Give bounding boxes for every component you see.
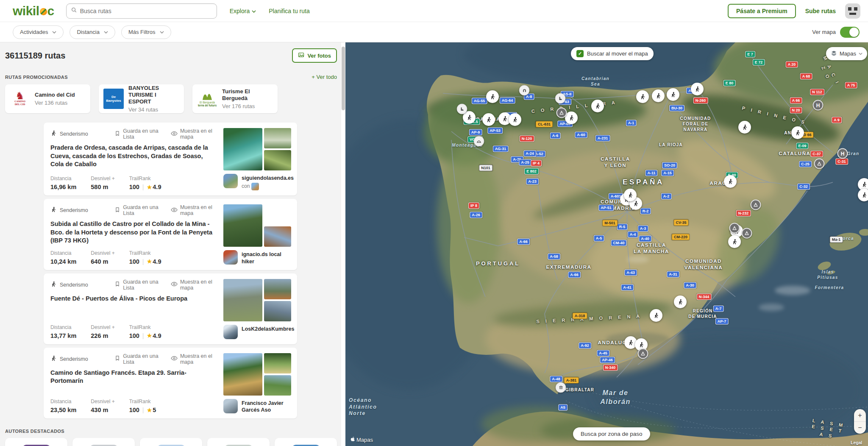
filter-pill-distancia[interactable]: Distancia bbox=[70, 25, 115, 39]
route-author[interactable]: LosK2delasKumbres bbox=[223, 325, 292, 339]
author-avatar[interactable] bbox=[223, 174, 238, 188]
map-marker-peak[interactable] bbox=[814, 159, 825, 169]
route-photos[interactable] bbox=[223, 204, 292, 247]
route-photo[interactable] bbox=[223, 279, 262, 321]
route-photo[interactable] bbox=[223, 128, 262, 170]
show-on-map-button[interactable]: Muestra en el mapa bbox=[171, 204, 217, 216]
map-marker-peak[interactable] bbox=[556, 108, 567, 118]
promoted-card[interactable]: ♞CAMINO DEL CIDCamino del CidVer 136 rut… bbox=[5, 84, 90, 113]
search-box[interactable] bbox=[66, 3, 217, 19]
panel-scrollbar-thumb[interactable] bbox=[342, 47, 345, 110]
route-photo[interactable] bbox=[223, 204, 262, 247]
route-photo[interactable] bbox=[264, 301, 291, 321]
route-photo[interactable] bbox=[264, 279, 291, 299]
route-photos[interactable] bbox=[223, 279, 292, 321]
route-card[interactable]: SenderismoGuarda en una ListaMuestra en … bbox=[44, 199, 297, 270]
save-to-list-button[interactable]: Guarda en una Lista bbox=[114, 204, 161, 216]
map-marker-peak[interactable] bbox=[751, 200, 761, 210]
companion-avatar[interactable] bbox=[251, 183, 259, 190]
route-marker-hiker[interactable] bbox=[591, 100, 604, 112]
map-marker-bridge[interactable] bbox=[474, 136, 484, 147]
author-card[interactable]: antotemo bbox=[72, 438, 135, 446]
route-marker-hiker[interactable] bbox=[565, 112, 578, 124]
checkbox-checked-icon[interactable]: ✓ bbox=[576, 50, 584, 57]
promoted-card[interactable]: El Berguedàterra de futursTurisme El Ber… bbox=[192, 84, 278, 113]
route-marker-hiker[interactable] bbox=[624, 189, 637, 201]
map-marker-heliport[interactable]: H bbox=[837, 148, 848, 159]
route-title[interactable]: Fuente Dé - Puertos de Áliva - Picos de … bbox=[50, 295, 217, 303]
route-photo[interactable] bbox=[264, 353, 291, 374]
route-author[interactable]: ignacio.ds local hiker bbox=[223, 250, 292, 265]
route-card[interactable]: SenderismoGuarda en una ListaMuestra en … bbox=[44, 348, 297, 419]
route-card[interactable]: SenderismoGuarda en una ListaMuestra en … bbox=[44, 273, 297, 344]
route-photo[interactable] bbox=[264, 226, 291, 247]
route-marker-hiker[interactable] bbox=[636, 90, 649, 103]
filter-pill-más-filtros[interactable]: Más Filtros bbox=[121, 25, 171, 39]
premium-button[interactable]: Pásate a Premium bbox=[728, 4, 796, 18]
route-marker-hiker[interactable] bbox=[652, 89, 665, 102]
route-marker-hiker[interactable] bbox=[650, 309, 662, 322]
results-panel[interactable]: 36115189 rutas Ver fotos RUTAS PROMOCION… bbox=[0, 42, 345, 446]
map-marker-peak[interactable] bbox=[638, 348, 648, 359]
route-marker-hiker[interactable] bbox=[738, 121, 751, 134]
save-to-list-button[interactable]: Guarda en una Lista bbox=[114, 353, 161, 365]
save-to-list-button[interactable]: Guarda en una Lista bbox=[114, 128, 161, 140]
route-title[interactable]: Pradera de Ordesa, cascada de Arripas, c… bbox=[50, 144, 217, 169]
route-author[interactable]: siguiendolasenda.escon bbox=[223, 174, 292, 190]
save-to-list-button[interactable]: Guarda en una Lista bbox=[114, 279, 161, 291]
author-avatar[interactable] bbox=[223, 399, 238, 413]
route-title[interactable]: Camino de Santiago Francés. Etapa 29. Sa… bbox=[50, 369, 217, 385]
author-card[interactable]: ignacio.ds local h... bbox=[275, 438, 337, 446]
map-marker-heliport[interactable]: H bbox=[813, 100, 823, 111]
zoom-out-button[interactable]: − bbox=[854, 421, 866, 434]
route-marker-hiker[interactable] bbox=[724, 175, 737, 188]
route-photos[interactable] bbox=[223, 128, 292, 170]
map-marker-monument[interactable] bbox=[556, 382, 566, 393]
route-marker-hiker[interactable] bbox=[486, 90, 499, 103]
map-marker-boot[interactable] bbox=[555, 93, 566, 104]
search-input[interactable] bbox=[80, 8, 212, 14]
author-card[interactable]: Bienve Delgado bbox=[140, 438, 202, 446]
route-marker-hiker[interactable] bbox=[482, 113, 495, 126]
filter-pill-actividades[interactable]: Actividades bbox=[13, 25, 64, 39]
route-marker-hiker[interactable] bbox=[509, 113, 521, 126]
map-marker-boot[interactable] bbox=[457, 104, 467, 114]
see-all-link[interactable]: + Ver todo bbox=[312, 74, 337, 80]
nav-item-explore[interactable]: Explora bbox=[230, 8, 256, 14]
route-photo[interactable] bbox=[264, 375, 291, 396]
route-marker-hiker[interactable] bbox=[858, 189, 868, 201]
map-layers-button[interactable]: Mapas bbox=[826, 47, 867, 60]
zoom-in-button[interactable]: + bbox=[854, 409, 866, 421]
show-on-map-button[interactable]: Muestra en el mapa bbox=[171, 279, 217, 291]
author-avatar[interactable] bbox=[223, 250, 238, 265]
view-photos-button[interactable]: Ver fotos bbox=[292, 48, 337, 63]
route-marker-hiker[interactable] bbox=[791, 126, 804, 139]
route-photo[interactable] bbox=[264, 204, 291, 225]
route-marker-hiker[interactable] bbox=[667, 88, 679, 101]
map-marker-tunnel[interactable] bbox=[519, 85, 530, 96]
route-card[interactable]: SenderismoGuarda en una ListaMuestra en … bbox=[44, 123, 297, 195]
show-on-map-button[interactable]: Muestra en el mapa bbox=[171, 353, 217, 365]
author-avatar[interactable] bbox=[223, 325, 238, 339]
map-marker-peak[interactable] bbox=[729, 223, 740, 234]
promoted-card[interactable]: De BanyolesBANYOLES TURISME I ESPORTVer … bbox=[99, 84, 184, 113]
search-on-move-control[interactable]: ✓ Buscar al mover el mapa bbox=[571, 47, 654, 60]
route-photos[interactable] bbox=[223, 353, 292, 396]
route-marker-hiker[interactable] bbox=[728, 235, 741, 248]
view-map-toggle[interactable] bbox=[840, 27, 860, 38]
route-photo[interactable] bbox=[264, 150, 291, 170]
route-marker-hiker[interactable] bbox=[674, 295, 687, 308]
legal-link[interactable]: Legal bbox=[851, 440, 862, 445]
route-photo[interactable] bbox=[223, 353, 262, 396]
map-canvas[interactable]: ESPAÑAPORTUGALGALICIACASTILLA Y LEÓNARAG… bbox=[345, 42, 868, 446]
route-marker-hiker[interactable] bbox=[691, 83, 704, 95]
route-photo[interactable] bbox=[264, 128, 291, 148]
user-avatar-button[interactable] bbox=[845, 3, 860, 19]
route-author[interactable]: Francisco Javier Garcés Aso bbox=[223, 399, 292, 414]
route-title[interactable]: Subida al Castillo de Castro por el Coll… bbox=[50, 220, 217, 245]
wikiloc-logo[interactable]: wikilc bbox=[13, 4, 54, 18]
show-on-map-button[interactable]: Muestra en el mapa bbox=[171, 128, 217, 140]
author-card[interactable]: Noruega7319 bbox=[207, 438, 270, 446]
search-by-pass-zone-button[interactable]: Busca por zona de paso bbox=[573, 427, 650, 440]
author-card[interactable]: luis.itxina bbox=[5, 438, 67, 446]
